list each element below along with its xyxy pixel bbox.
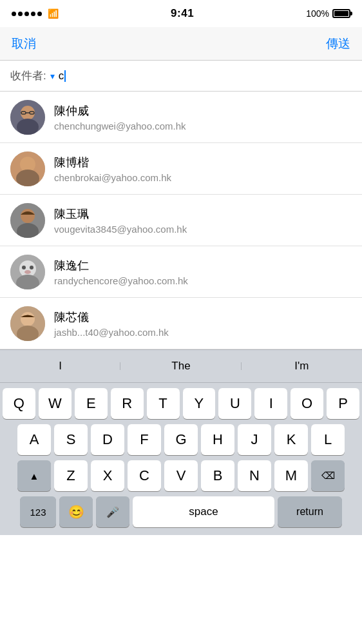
contact-email: chenchungwei@yahoo.com.hk [54, 121, 186, 132]
contact-item[interactable]: 陳芯儀jashb...t40@yahoo.com.hk [0, 298, 362, 349]
contact-name: 陳博楷 [54, 155, 171, 170]
key-d[interactable]: D [91, 424, 124, 455]
nav-bar: 取消 傳送 [0, 27, 362, 61]
battery-percentage: 100% [306, 8, 329, 19]
avatar [10, 255, 45, 289]
send-button[interactable]: 傳送 [326, 35, 350, 52]
key-r[interactable]: R [111, 388, 144, 419]
contact-item[interactable]: 陳博楷chenbrokai@yahoo.com.hk [0, 143, 362, 195]
svg-point-10 [21, 209, 35, 223]
svg-point-2 [17, 119, 39, 135]
key-w[interactable]: W [39, 388, 71, 419]
svg-point-19 [21, 312, 35, 326]
shift-key[interactable]: ▲ [17, 460, 51, 491]
status-bar: 📶 9:41 100% [0, 0, 362, 27]
key-p[interactable]: P [327, 388, 359, 419]
to-label: 收件者: [10, 68, 46, 83]
contact-info: 陳逸仁randychencore@yahoo.com.hk [54, 258, 188, 286]
backspace-key[interactable]: ⌫ [311, 460, 345, 491]
contact-item[interactable]: 陳逸仁randychencore@yahoo.com.hk [0, 246, 362, 298]
contact-info: 陳芯儀jashb...t40@yahoo.com.hk [54, 309, 169, 338]
signal-dot-5 [37, 12, 42, 16]
keyboard-bottom-row: 123😊🎤spacereturn [3, 496, 359, 527]
key-e[interactable]: E [75, 388, 108, 419]
key-c[interactable]: C [128, 460, 161, 491]
key-row-0: QWERTYUIOP [3, 388, 359, 419]
contact-info: 陳仲威chenchungwei@yahoo.com.hk [54, 103, 186, 132]
battery-icon [332, 9, 350, 18]
signal-dot-1 [12, 12, 16, 16]
signal-dot-4 [31, 12, 35, 16]
emoji-key[interactable]: 😊 [59, 496, 93, 527]
signal-dot-2 [18, 12, 23, 16]
key-y[interactable]: Y [183, 388, 216, 419]
to-input[interactable]: c [59, 70, 66, 83]
contact-name: 陳仲威 [54, 103, 186, 119]
key-x[interactable]: X [91, 460, 124, 491]
autocomplete-word[interactable]: The [120, 360, 241, 373]
status-right: 100% [306, 8, 350, 19]
key-l[interactable]: L [311, 424, 345, 455]
key-row-1: ASDFGHJKL [3, 424, 359, 455]
contact-email: vougevita3845@yahoo.com.hk [54, 224, 187, 235]
key-f[interactable]: F [128, 424, 161, 455]
contact-email: jashb...t40@yahoo.com.hk [54, 327, 169, 338]
contact-info: 陳博楷chenbrokai@yahoo.com.hk [54, 155, 171, 183]
key-m[interactable]: M [274, 460, 308, 491]
status-time: 9:41 [171, 7, 194, 20]
avatar [10, 151, 45, 186]
to-input-value: c [59, 70, 64, 83]
svg-point-16 [30, 266, 33, 269]
key-i[interactable]: I [254, 388, 287, 419]
key-u[interactable]: U [218, 388, 251, 419]
wifi-icon: 📶 [48, 8, 59, 19]
to-field: 收件者: ▾ c [0, 61, 362, 92]
key-s[interactable]: S [54, 424, 88, 455]
key-n[interactable]: N [238, 460, 271, 491]
autocomplete-word[interactable]: I'm [242, 360, 362, 373]
contact-list: 陳仲威chenchungwei@yahoo.com.hk 陳博楷chenbrok… [0, 92, 362, 349]
key-k[interactable]: K [274, 424, 308, 455]
avatar [10, 203, 45, 238]
signal-dot-3 [24, 12, 29, 16]
keyboard: QWERTYUIOPASDFGHJKL▲ZXCVBNM⌫123😊🎤spacere… [0, 383, 362, 535]
signal-dots [12, 12, 42, 16]
contact-email: randychencore@yahoo.com.hk [54, 275, 188, 286]
status-left: 📶 [12, 8, 59, 19]
contact-item[interactable]: 陳玉珮vougevita3845@yahoo.com.hk [0, 195, 362, 246]
cancel-button[interactable]: 取消 [12, 35, 36, 52]
key-t[interactable]: T [147, 388, 180, 419]
key-v[interactable]: V [164, 460, 198, 491]
numbers-key[interactable]: 123 [20, 496, 56, 527]
contact-email: chenbrokai@yahoo.com.hk [54, 172, 171, 183]
text-cursor [64, 70, 66, 82]
key-o[interactable]: O [291, 388, 323, 419]
contact-name: 陳玉珮 [54, 206, 187, 222]
autocomplete-bar: ITheI'm [0, 349, 362, 383]
space-key[interactable]: space [133, 496, 274, 527]
avatar [10, 100, 45, 135]
key-row-2: ▲ZXCVBNM⌫ [3, 460, 359, 491]
to-dropdown[interactable]: ▾ [50, 71, 55, 81]
contact-name: 陳芯儀 [54, 309, 169, 325]
svg-point-15 [22, 266, 26, 269]
autocomplete-word[interactable]: I [0, 360, 120, 373]
return-key[interactable]: return [278, 496, 342, 527]
microphone-key[interactable]: 🎤 [96, 496, 129, 527]
svg-point-17 [24, 270, 31, 274]
contact-info: 陳玉珮vougevita3845@yahoo.com.hk [54, 206, 187, 235]
contact-name: 陳逸仁 [54, 258, 188, 273]
key-j[interactable]: J [238, 424, 271, 455]
key-h[interactable]: H [201, 424, 234, 455]
key-b[interactable]: B [201, 460, 234, 491]
key-q[interactable]: Q [3, 388, 35, 419]
battery-fill [334, 11, 348, 16]
avatar [10, 306, 45, 341]
key-z[interactable]: Z [54, 460, 88, 491]
key-g[interactable]: G [164, 424, 198, 455]
contact-item[interactable]: 陳仲威chenchungwei@yahoo.com.hk [0, 92, 362, 143]
key-a[interactable]: A [17, 424, 51, 455]
